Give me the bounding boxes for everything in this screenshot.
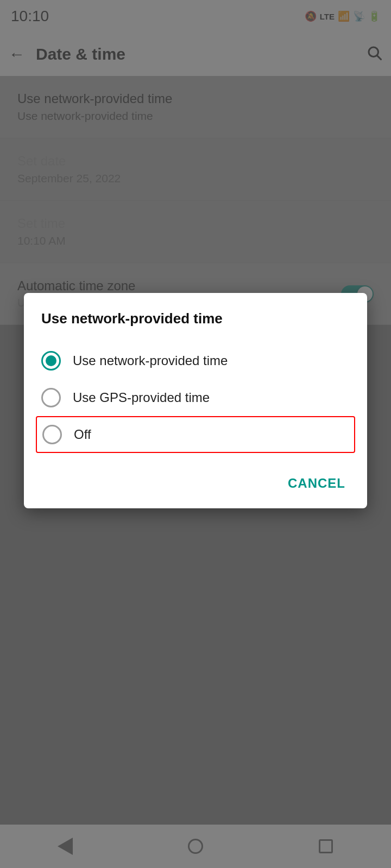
- radio-circle-off: [42, 425, 62, 444]
- radio-option-off[interactable]: Off: [36, 416, 355, 453]
- radio-label-gps: Use GPS-provided time: [73, 390, 210, 405]
- radio-option-network[interactable]: Use network-provided time: [41, 342, 350, 379]
- radio-circle-network: [41, 351, 61, 371]
- radio-label-network: Use network-provided time: [73, 353, 228, 368]
- dialog: Use network-provided time Use network-pr…: [24, 293, 367, 508]
- cancel-button[interactable]: CANCEL: [283, 469, 350, 497]
- radio-circle-gps: [41, 388, 61, 407]
- radio-label-off: Off: [74, 427, 91, 442]
- dialog-actions: CANCEL: [41, 464, 350, 497]
- dialog-title: Use network-provided time: [41, 310, 350, 327]
- radio-option-gps[interactable]: Use GPS-provided time: [41, 379, 350, 416]
